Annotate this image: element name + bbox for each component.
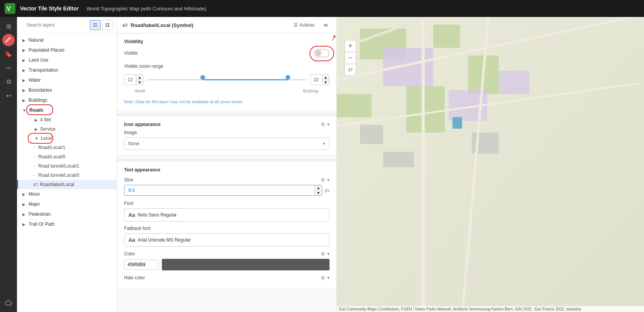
color-gear-btn[interactable]: ▾	[320, 251, 330, 257]
svg-text:V: V	[7, 5, 11, 12]
zoom-label-right: Buildings	[303, 89, 319, 93]
zoom-label-left: World	[135, 89, 145, 93]
undo-icon-btn[interactable]: ↩	[2, 89, 15, 102]
chevron-down-icon: ▾	[327, 122, 330, 127]
svg-rect-11	[108, 25, 109, 27]
properties-body: Visibility Visible ↙ Visible zoom ran	[117, 34, 336, 312]
layer-group-label: Trail Or Path	[29, 221, 55, 227]
search-input[interactable]	[24, 20, 87, 30]
svg-rect-9	[108, 23, 109, 25]
halo-gear-btn[interactable]: ▾	[320, 275, 330, 280]
zoom-min-value: 12	[124, 76, 136, 84]
visibility-row: Visible ↙	[124, 49, 330, 57]
cloud-icon-btn[interactable]	[2, 297, 15, 309]
map-zoom-level: 17	[345, 64, 356, 75]
map-zoom-controls: + − 17	[345, 40, 356, 75]
icon-appearance-title: Icon appearance	[124, 122, 161, 127]
layer-group-natural[interactable]: ▶ Natural	[17, 35, 117, 45]
collapse-panel-btn[interactable]: ≪	[321, 21, 331, 29]
size-down-btn[interactable]: ▼	[315, 190, 322, 195]
layer-leaf-road-tunnel-0[interactable]: ╌ Road tunnel/Local/0	[17, 171, 117, 180]
layer-group-trail-or-path[interactable]: ▶ Trail Or Path	[17, 219, 117, 229]
actions-menu-btn[interactable]: ☰ Actions	[291, 21, 318, 29]
layer-group-land-use[interactable]: ▶ Land Use	[17, 55, 117, 65]
zoom-min-down-btn[interactable]: ▼	[136, 80, 143, 85]
layer-group-water[interactable]: ▶ Water	[17, 75, 117, 85]
color-swatch[interactable]	[162, 259, 330, 270]
zoom-min-up-btn[interactable]: ▲	[136, 75, 143, 80]
layer-group-label: Roads	[29, 107, 44, 113]
layer-subitem-local[interactable]: ▼ Local	[17, 134, 117, 143]
bookmark-icon-btn[interactable]: 🔖	[2, 48, 15, 60]
copy-icon-btn[interactable]: ⧉	[2, 75, 15, 88]
zoom-max-down-btn[interactable]: ▼	[322, 80, 329, 85]
gear-icon	[320, 177, 326, 183]
layer-subitem-label: Service	[40, 126, 55, 132]
size-gear-btn[interactable]: ▾	[320, 177, 330, 183]
icon-appearance-header: Icon appearance ▾	[124, 122, 330, 127]
zoom-labels: World Buildings	[124, 89, 330, 93]
visibility-toggle[interactable]	[314, 49, 330, 57]
grid-view-btn[interactable]	[102, 20, 113, 30]
map-park-5	[337, 94, 372, 117]
color-hex-input[interactable]	[124, 260, 159, 270]
layer-subitem-4wd[interactable]: ▶ 4 Wd	[17, 115, 117, 124]
map-zoom-in-btn[interactable]: +	[345, 40, 356, 52]
svg-line-2	[10, 37, 10, 38]
layers-list: ▶ Natural ▶ Populated Places ▶ Land Use …	[17, 34, 117, 312]
chevron-icon: ▶	[22, 98, 25, 102]
halo-color-label: Halo color	[124, 275, 145, 280]
label-icon: 🏷	[33, 182, 37, 187]
layer-group-major[interactable]: ▶ Major	[17, 199, 117, 209]
layer-group-boundaries[interactable]: ▶ Boundaries	[17, 85, 117, 95]
layer-group-populated-places[interactable]: ▶ Populated Places	[17, 45, 117, 55]
map-park-4	[406, 86, 445, 133]
layer-group-roads[interactable]: ▼ Roads	[17, 105, 117, 115]
color-header-row: Color ▾	[124, 251, 330, 257]
image-dropdown[interactable]: None ▾	[124, 138, 330, 150]
svg-rect-6	[93, 25, 98, 25]
leaf-label: Road/Local/1	[38, 145, 66, 150]
map-road-2	[422, 17, 425, 312]
chevron-down-icon: ▾	[327, 177, 330, 183]
edit-icon-btn[interactable]	[2, 34, 15, 46]
text-appearance-section: Text appearance Size ▾ 9.5	[117, 162, 336, 289]
layer-leaf-road-label-local[interactable]: 🏷 Road/label/Local	[17, 180, 117, 189]
size-up-btn[interactable]: ▲	[315, 185, 322, 190]
fallback-font-field[interactable]: Aa Arial Unicode MS Regular	[124, 233, 330, 247]
icon-gear-btn[interactable]: ▾	[320, 122, 330, 127]
code-icon-btn[interactable]: </>	[2, 62, 15, 74]
layer-leaf-road-local-0[interactable]: ╌ Road/Local/0	[17, 152, 117, 161]
app-title: Vector Tile Style Editor	[20, 5, 79, 12]
layer-group-pedestrian[interactable]: ▶ Pedestrian	[17, 209, 117, 219]
zoom-max-up-btn[interactable]: ▲	[322, 75, 329, 80]
leaf-label: Road/label/Local	[40, 182, 74, 187]
map-area[interactable]: + − 17 Esri Community Maps Contributors,…	[337, 17, 644, 312]
layer-group-transportation[interactable]: ▶ Transportation	[17, 65, 117, 75]
visibility-section: Visibility Visible ↙ Visible zoom ran	[117, 34, 336, 110]
layer-group-label: Land Use	[29, 57, 48, 63]
layers-icon-btn[interactable]: ⊞	[2, 20, 15, 32]
layer-group-label: Water	[29, 77, 41, 83]
chevron-icon: ▶	[22, 68, 25, 72]
svg-rect-7	[93, 26, 98, 27]
app-logo: V	[5, 3, 15, 14]
layer-leaf-road-tunnel-1[interactable]: ╌ Road tunnel/Local/1	[17, 161, 117, 171]
map-canvas	[337, 17, 644, 312]
chevron-icon: ▶	[22, 222, 25, 226]
layer-group-minor[interactable]: ▶ Minor	[17, 189, 117, 199]
list-view-btn[interactable]	[90, 20, 101, 30]
fallback-font-preview: Aa	[128, 237, 135, 243]
layer-group-label: Boundaries	[29, 87, 52, 93]
zoom-slider[interactable]	[146, 76, 307, 84]
line-icon: ╌	[33, 154, 36, 159]
map-zoom-out-btn[interactable]: −	[345, 52, 356, 64]
properties-panel: 🏷 Road/label/Local (Symbol) ☰ Actions ≪ …	[117, 17, 337, 312]
layer-leaf-road-local-1[interactable]: ╌ Road/Local/1	[17, 143, 117, 152]
chevron-icon: ▶	[22, 58, 25, 62]
image-label-row: Image	[124, 129, 330, 135]
layer-group-buildings[interactable]: ▶ Buildings	[17, 95, 117, 105]
layer-subitem-service[interactable]: ▶ Service	[17, 124, 117, 134]
layer-subitem-label: Local	[41, 136, 52, 141]
font-field[interactable]: Aa Noto Sans Regular	[124, 208, 330, 221]
